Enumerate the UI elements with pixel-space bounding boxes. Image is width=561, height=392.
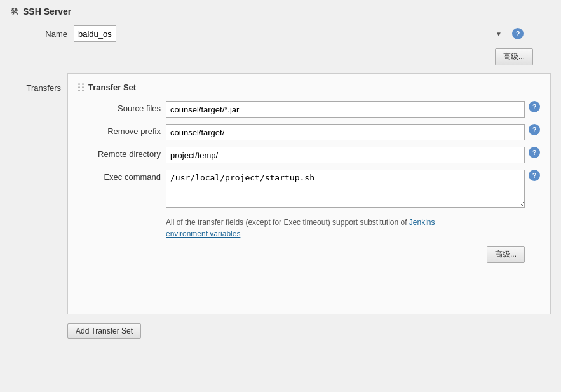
remote-directory-help-icon[interactable]: ? [529, 147, 540, 158]
add-transfer-row: Add Transfer Set [67, 323, 551, 339]
remove-prefix-help-icon[interactable]: ? [529, 124, 540, 135]
source-files-input-wrapper: ? [166, 101, 540, 118]
remote-directory-row: Remote directory ? [78, 147, 540, 163]
name-select-wrapper: baidu_os [74, 25, 506, 42]
server-icon: 🛠 [10, 6, 19, 17]
exec-command-row: Exec command /usr/local/project/startup.… [78, 170, 540, 208]
source-files-label: Source files [78, 101, 161, 113]
page-container: 🛠 SSH Server Name baidu_os ? 高级... Trans… [0, 0, 561, 392]
transfers-section: Transfers Transfer Set Source files [10, 73, 551, 314]
info-text: All of the transfer fields (except for E… [166, 217, 458, 240]
source-files-input[interactable] [166, 101, 525, 118]
advanced-button-row: 高级... [10, 48, 551, 65]
name-help-icon[interactable]: ? [512, 28, 524, 39]
remove-prefix-input-wrapper: ? [166, 124, 540, 140]
exec-command-textarea[interactable]: /usr/local/project/startup.sh [166, 170, 525, 208]
add-transfer-set-button[interactable]: Add Transfer Set [67, 323, 141, 339]
remote-directory-input[interactable] [166, 147, 525, 163]
grip-icon [78, 83, 84, 91]
exec-command-help-icon[interactable]: ? [529, 170, 540, 181]
name-row: Name baidu_os ? [10, 25, 551, 42]
exec-command-label: Exec command [78, 170, 161, 182]
remove-prefix-input[interactable] [166, 124, 525, 140]
source-files-row: Source files ? [78, 101, 540, 118]
transfer-set-header: Transfer Set [78, 83, 540, 92]
name-select[interactable]: baidu_os [74, 25, 116, 42]
transfer-set-title: Transfer Set [88, 83, 136, 92]
advanced-button[interactable]: 高级... [495, 48, 533, 65]
remote-directory-input-wrapper: ? [166, 147, 540, 163]
transfer-advanced-row: 高级... [78, 246, 540, 263]
remote-directory-label: Remote directory [78, 147, 161, 159]
exec-command-input-wrapper: /usr/local/project/startup.sh ? [166, 170, 540, 208]
name-label: Name [10, 29, 67, 39]
transfer-box: Transfer Set Source files ? Remove prefi… [67, 73, 551, 314]
section-title: SSH Server [23, 6, 71, 17]
remove-prefix-label: Remove prefix [78, 124, 161, 136]
source-files-help-icon[interactable]: ? [529, 101, 540, 112]
transfer-advanced-button[interactable]: 高级... [487, 246, 525, 263]
transfers-label: Transfers [10, 73, 61, 93]
remove-prefix-row: Remove prefix ? [78, 124, 540, 140]
ssh-server-header: 🛠 SSH Server [10, 6, 551, 17]
